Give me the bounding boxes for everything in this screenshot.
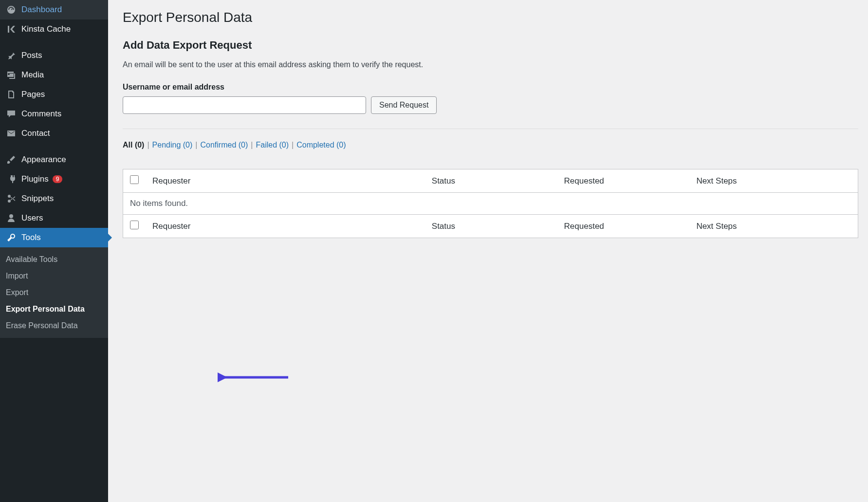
sidebar-item-kinsta-cache[interactable]: Kinsta Cache: [0, 19, 108, 39]
send-request-button[interactable]: Send Request: [371, 96, 437, 114]
request-form-row: Send Request: [123, 96, 858, 114]
kinsta-icon: [6, 24, 17, 35]
username-email-input[interactable]: [123, 96, 366, 114]
sidebar-item-label: Comments: [21, 109, 61, 119]
sidebar-item-label: Users: [21, 213, 43, 223]
column-footer-requester[interactable]: Requester: [146, 215, 425, 238]
column-header-requested[interactable]: Requested: [557, 169, 690, 193]
table-empty-row: No items found.: [123, 193, 858, 215]
scissors-icon: [6, 193, 17, 204]
column-footer-requested[interactable]: Requested: [557, 215, 690, 238]
filter-completed[interactable]: Completed (0): [296, 141, 346, 149]
filter-pending[interactable]: Pending (0): [152, 141, 193, 149]
admin-sidebar: DashboardKinsta CachePostsMediaPagesComm…: [0, 0, 108, 502]
sidebar-item-label: Contact: [21, 129, 50, 138]
sidebar-item-plugins[interactable]: Plugins9: [0, 169, 108, 189]
sidebar-item-appearance[interactable]: Appearance: [0, 150, 108, 169]
plugins-update-badge: 9: [53, 175, 63, 183]
sidebar-item-label: Appearance: [21, 155, 66, 165]
username-email-label: Username or email address: [123, 83, 858, 92]
filter-failed[interactable]: Failed (0): [256, 141, 289, 149]
page-subtitle: Add Data Export Request: [123, 39, 858, 52]
sidebar-item-label: Posts: [21, 51, 42, 60]
submenu-item-import[interactable]: Import: [0, 268, 108, 284]
sidebar-item-label: Snippets: [21, 194, 54, 204]
tools-submenu: Available ToolsImportExportExport Person…: [0, 247, 108, 338]
sidebar-item-contact[interactable]: Contact: [0, 124, 108, 143]
divider: [123, 129, 858, 129]
user-icon: [6, 213, 17, 223]
pin-icon: [6, 50, 17, 61]
brush-icon: [6, 154, 17, 165]
tool-icon: [6, 232, 17, 243]
sidebar-item-label: Kinsta Cache: [21, 24, 71, 34]
no-items-message: No items found.: [123, 193, 858, 215]
main-content: Export Personal Data Add Data Export Req…: [108, 0, 868, 502]
sidebar-item-dashboard[interactable]: Dashboard: [0, 0, 108, 19]
filter-confirmed[interactable]: Confirmed (0): [200, 141, 248, 149]
select-all-top-checkbox[interactable]: [130, 175, 139, 184]
submenu-item-export-personal-data[interactable]: Export Personal Data: [0, 301, 108, 317]
submenu-item-export[interactable]: Export: [0, 284, 108, 301]
dashboard-icon: [6, 4, 17, 15]
plug-icon: [6, 174, 17, 185]
page-title: Export Personal Data: [123, 10, 858, 25]
sidebar-item-pages[interactable]: Pages: [0, 85, 108, 104]
comment-icon: [6, 109, 17, 119]
page-description: An email will be sent to the user at thi…: [123, 60, 858, 69]
media-icon: [6, 70, 17, 80]
sidebar-item-snippets[interactable]: Snippets: [0, 189, 108, 208]
sidebar-item-posts[interactable]: Posts: [0, 46, 108, 65]
sidebar-item-label: Media: [21, 70, 44, 80]
select-all-bottom-checkbox[interactable]: [130, 221, 139, 229]
sidebar-item-comments[interactable]: Comments: [0, 104, 108, 124]
column-header-status[interactable]: Status: [425, 169, 557, 193]
column-header-requester[interactable]: Requester: [146, 169, 425, 193]
sidebar-item-media[interactable]: Media: [0, 65, 108, 85]
mail-icon: [6, 128, 17, 139]
status-filters: All (0)|Pending (0)|Confirmed (0)|Failed…: [123, 141, 858, 149]
sidebar-item-label: Tools: [21, 233, 41, 242]
sidebar-item-tools[interactable]: Tools: [0, 228, 108, 247]
sidebar-item-label: Plugins: [21, 174, 49, 184]
table-footer-row: Requester Status Requested Next Steps: [123, 215, 858, 238]
sidebar-item-label: Dashboard: [21, 5, 62, 15]
column-footer-next-steps: Next Steps: [689, 215, 858, 238]
submenu-item-erase-personal-data[interactable]: Erase Personal Data: [0, 317, 108, 334]
sidebar-item-label: Pages: [21, 90, 45, 99]
annotation-arrow-icon: [218, 370, 291, 385]
pages-icon: [6, 89, 17, 100]
table-header-row: Requester Status Requested Next Steps: [123, 169, 858, 193]
submenu-item-available-tools[interactable]: Available Tools: [0, 251, 108, 268]
column-footer-status[interactable]: Status: [425, 215, 557, 238]
sidebar-item-users[interactable]: Users: [0, 208, 108, 228]
column-header-next-steps: Next Steps: [689, 169, 858, 193]
requests-table: Requester Status Requested Next Steps No…: [123, 169, 858, 238]
filter-all[interactable]: All (0): [123, 141, 144, 149]
